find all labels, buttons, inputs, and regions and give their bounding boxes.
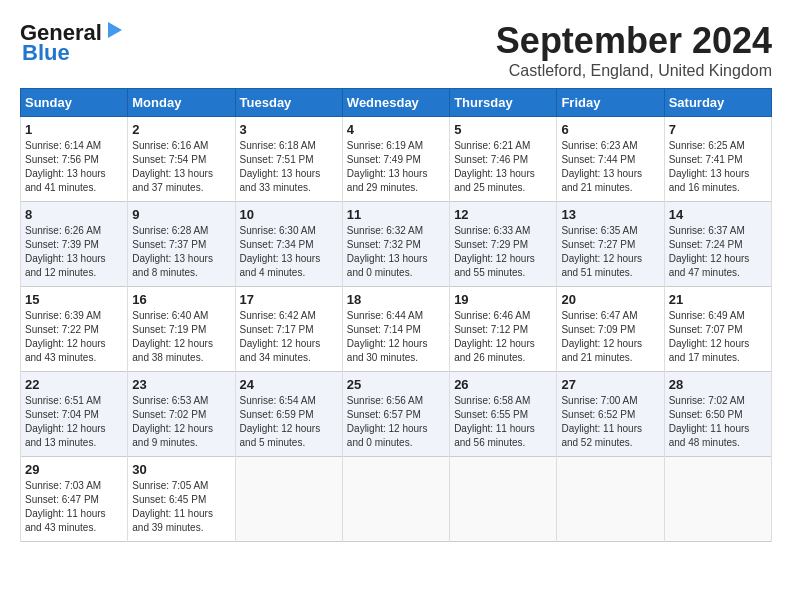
day-number: 16 (132, 292, 230, 307)
day-number: 10 (240, 207, 338, 222)
day-info: Sunrise: 7:03 AM Sunset: 6:47 PM Dayligh… (25, 479, 123, 535)
day-info: Sunrise: 6:44 AM Sunset: 7:14 PM Dayligh… (347, 309, 445, 365)
logo-blue: Blue (22, 40, 70, 66)
day-number: 22 (25, 377, 123, 392)
col-thursday: Thursday (450, 89, 557, 117)
day-number: 18 (347, 292, 445, 307)
day-number: 29 (25, 462, 123, 477)
day-cell: 28Sunrise: 7:02 AM Sunset: 6:50 PM Dayli… (664, 372, 771, 457)
day-number: 8 (25, 207, 123, 222)
day-number: 26 (454, 377, 552, 392)
day-info: Sunrise: 7:02 AM Sunset: 6:50 PM Dayligh… (669, 394, 767, 450)
day-info: Sunrise: 6:19 AM Sunset: 7:49 PM Dayligh… (347, 139, 445, 195)
day-cell: 10Sunrise: 6:30 AM Sunset: 7:34 PM Dayli… (235, 202, 342, 287)
day-info: Sunrise: 6:58 AM Sunset: 6:55 PM Dayligh… (454, 394, 552, 450)
day-number: 11 (347, 207, 445, 222)
day-cell: 4Sunrise: 6:19 AM Sunset: 7:49 PM Daylig… (342, 117, 449, 202)
week-row: 29Sunrise: 7:03 AM Sunset: 6:47 PM Dayli… (21, 457, 772, 542)
day-cell: 26Sunrise: 6:58 AM Sunset: 6:55 PM Dayli… (450, 372, 557, 457)
day-cell: 14Sunrise: 6:37 AM Sunset: 7:24 PM Dayli… (664, 202, 771, 287)
day-number: 25 (347, 377, 445, 392)
day-number: 4 (347, 122, 445, 137)
day-cell (342, 457, 449, 542)
title-block: September 2024 Castleford, England, Unit… (496, 20, 772, 80)
day-info: Sunrise: 6:32 AM Sunset: 7:32 PM Dayligh… (347, 224, 445, 280)
day-cell: 21Sunrise: 6:49 AM Sunset: 7:07 PM Dayli… (664, 287, 771, 372)
day-cell: 23Sunrise: 6:53 AM Sunset: 7:02 PM Dayli… (128, 372, 235, 457)
col-friday: Friday (557, 89, 664, 117)
day-cell: 20Sunrise: 6:47 AM Sunset: 7:09 PM Dayli… (557, 287, 664, 372)
day-cell: 19Sunrise: 6:46 AM Sunset: 7:12 PM Dayli… (450, 287, 557, 372)
day-number: 27 (561, 377, 659, 392)
day-info: Sunrise: 6:47 AM Sunset: 7:09 PM Dayligh… (561, 309, 659, 365)
day-cell: 25Sunrise: 6:56 AM Sunset: 6:57 PM Dayli… (342, 372, 449, 457)
day-number: 6 (561, 122, 659, 137)
day-info: Sunrise: 6:54 AM Sunset: 6:59 PM Dayligh… (240, 394, 338, 450)
day-cell: 1Sunrise: 6:14 AM Sunset: 7:56 PM Daylig… (21, 117, 128, 202)
day-cell: 5Sunrise: 6:21 AM Sunset: 7:46 PM Daylig… (450, 117, 557, 202)
day-info: Sunrise: 6:49 AM Sunset: 7:07 PM Dayligh… (669, 309, 767, 365)
day-cell: 3Sunrise: 6:18 AM Sunset: 7:51 PM Daylig… (235, 117, 342, 202)
day-info: Sunrise: 6:21 AM Sunset: 7:46 PM Dayligh… (454, 139, 552, 195)
location: Castleford, England, United Kingdom (496, 62, 772, 80)
day-info: Sunrise: 6:14 AM Sunset: 7:56 PM Dayligh… (25, 139, 123, 195)
day-cell: 15Sunrise: 6:39 AM Sunset: 7:22 PM Dayli… (21, 287, 128, 372)
col-wednesday: Wednesday (342, 89, 449, 117)
day-info: Sunrise: 6:26 AM Sunset: 7:39 PM Dayligh… (25, 224, 123, 280)
day-number: 30 (132, 462, 230, 477)
month-title: September 2024 (496, 20, 772, 62)
day-info: Sunrise: 6:42 AM Sunset: 7:17 PM Dayligh… (240, 309, 338, 365)
day-number: 1 (25, 122, 123, 137)
day-cell: 6Sunrise: 6:23 AM Sunset: 7:44 PM Daylig… (557, 117, 664, 202)
day-info: Sunrise: 6:40 AM Sunset: 7:19 PM Dayligh… (132, 309, 230, 365)
day-cell: 8Sunrise: 6:26 AM Sunset: 7:39 PM Daylig… (21, 202, 128, 287)
day-cell: 30Sunrise: 7:05 AM Sunset: 6:45 PM Dayli… (128, 457, 235, 542)
day-cell: 2Sunrise: 6:16 AM Sunset: 7:54 PM Daylig… (128, 117, 235, 202)
day-number: 12 (454, 207, 552, 222)
day-info: Sunrise: 6:51 AM Sunset: 7:04 PM Dayligh… (25, 394, 123, 450)
day-cell (557, 457, 664, 542)
day-cell: 12Sunrise: 6:33 AM Sunset: 7:29 PM Dayli… (450, 202, 557, 287)
day-number: 20 (561, 292, 659, 307)
day-number: 13 (561, 207, 659, 222)
day-info: Sunrise: 6:35 AM Sunset: 7:27 PM Dayligh… (561, 224, 659, 280)
day-number: 28 (669, 377, 767, 392)
day-number: 5 (454, 122, 552, 137)
day-cell: 17Sunrise: 6:42 AM Sunset: 7:17 PM Dayli… (235, 287, 342, 372)
col-tuesday: Tuesday (235, 89, 342, 117)
day-info: Sunrise: 6:39 AM Sunset: 7:22 PM Dayligh… (25, 309, 123, 365)
day-cell: 22Sunrise: 6:51 AM Sunset: 7:04 PM Dayli… (21, 372, 128, 457)
logo-icon (104, 20, 126, 42)
week-row: 15Sunrise: 6:39 AM Sunset: 7:22 PM Dayli… (21, 287, 772, 372)
calendar-table: SundayMondayTuesdayWednesdayThursdayFrid… (20, 88, 772, 542)
day-number: 9 (132, 207, 230, 222)
day-number: 24 (240, 377, 338, 392)
day-info: Sunrise: 6:25 AM Sunset: 7:41 PM Dayligh… (669, 139, 767, 195)
col-monday: Monday (128, 89, 235, 117)
day-info: Sunrise: 6:37 AM Sunset: 7:24 PM Dayligh… (669, 224, 767, 280)
day-cell: 18Sunrise: 6:44 AM Sunset: 7:14 PM Dayli… (342, 287, 449, 372)
day-cell: 29Sunrise: 7:03 AM Sunset: 6:47 PM Dayli… (21, 457, 128, 542)
day-number: 7 (669, 122, 767, 137)
col-sunday: Sunday (21, 89, 128, 117)
day-info: Sunrise: 6:53 AM Sunset: 7:02 PM Dayligh… (132, 394, 230, 450)
week-row: 8Sunrise: 6:26 AM Sunset: 7:39 PM Daylig… (21, 202, 772, 287)
day-number: 3 (240, 122, 338, 137)
day-cell: 9Sunrise: 6:28 AM Sunset: 7:37 PM Daylig… (128, 202, 235, 287)
day-number: 19 (454, 292, 552, 307)
day-cell: 13Sunrise: 6:35 AM Sunset: 7:27 PM Dayli… (557, 202, 664, 287)
week-row: 22Sunrise: 6:51 AM Sunset: 7:04 PM Dayli… (21, 372, 772, 457)
svg-marker-0 (108, 22, 122, 38)
logo: General Blue (20, 20, 126, 66)
col-saturday: Saturday (664, 89, 771, 117)
day-info: Sunrise: 6:30 AM Sunset: 7:34 PM Dayligh… (240, 224, 338, 280)
day-number: 17 (240, 292, 338, 307)
day-info: Sunrise: 7:05 AM Sunset: 6:45 PM Dayligh… (132, 479, 230, 535)
day-info: Sunrise: 6:18 AM Sunset: 7:51 PM Dayligh… (240, 139, 338, 195)
day-number: 15 (25, 292, 123, 307)
day-cell (450, 457, 557, 542)
week-row: 1Sunrise: 6:14 AM Sunset: 7:56 PM Daylig… (21, 117, 772, 202)
day-info: Sunrise: 6:16 AM Sunset: 7:54 PM Dayligh… (132, 139, 230, 195)
day-cell (664, 457, 771, 542)
day-info: Sunrise: 6:46 AM Sunset: 7:12 PM Dayligh… (454, 309, 552, 365)
